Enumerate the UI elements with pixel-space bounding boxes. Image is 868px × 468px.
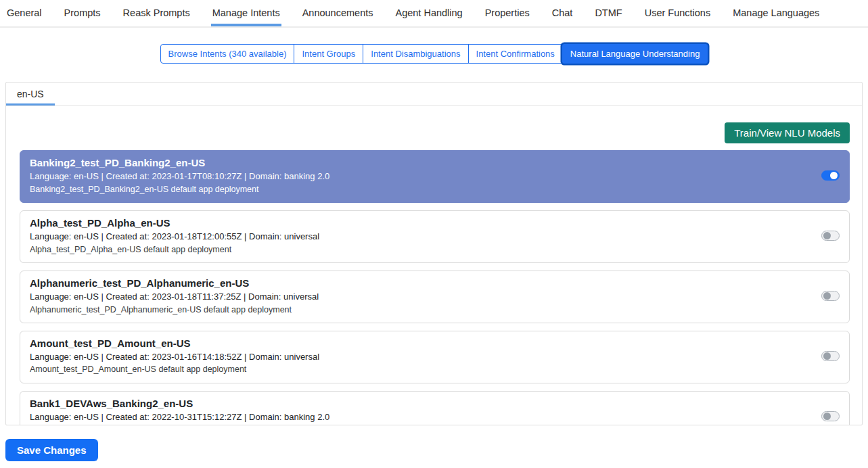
save-changes-button[interactable]: Save Changes [5,439,98,461]
language-tab-en-us[interactable]: en-US [6,83,55,106]
model-row-banking2-test[interactable]: Banking2_test_PD_Banking2_en-US Language… [20,150,850,203]
tab-manage-languages[interactable]: Manage Languages [731,0,821,26]
top-nav: General Prompts Reask Prompts Manage Int… [0,0,868,28]
tab-reask-prompts[interactable]: Reask Prompts [122,0,191,26]
train-view-nlu-models-button[interactable]: Train/View NLU Models [725,122,850,143]
model-row-alphanumeric-test[interactable]: Alphanumeric_test_PD_Alphanumeric_en-US … [20,271,850,323]
nlu-panel: en-US Train/View NLU Models Banking2_tes… [5,82,863,425]
intent-toolbar: Browse Intents (340 available) Intent Gr… [0,44,868,64]
toggle-knob [830,172,838,179]
toggle-knob [823,232,831,239]
model-deployment: Alpha_test_PD_Alpha_en-US default app de… [30,243,319,256]
tab-general[interactable]: General [5,0,43,26]
model-name: Banking2_test_PD_Banking2_en-US [30,156,329,170]
model-toggle[interactable] [821,170,840,181]
tab-properties[interactable]: Properties [484,0,531,26]
model-name: Alpha_test_PD_Alpha_en-US [30,216,319,230]
tab-announcements[interactable]: Announcements [301,0,375,26]
tab-agent-handling[interactable]: Agent Handling [394,0,463,26]
tab-chat[interactable]: Chat [551,0,574,26]
toggle-knob [823,352,831,360]
model-toggle[interactable] [821,291,840,301]
language-tab-bar: en-US [6,83,862,106]
model-row-alpha-test[interactable]: Alpha_test_PD_Alpha_en-US Language: en-U… [20,210,850,263]
browse-intents-button[interactable]: Browse Intents (340 available) [160,44,295,64]
toggle-knob [823,413,831,420]
model-meta: Language: en-US | Created at: 2023-01-16… [30,350,319,364]
model-name: Alphanumeric_test_PD_Alphanumeric_en-US [30,277,319,290]
tab-prompts[interactable]: Prompts [63,0,102,26]
intent-confirmations-button[interactable]: Intent Confirmations [468,44,563,64]
model-toggle[interactable] [821,231,840,241]
model-meta: Language: en-US | Created at: 2023-01-17… [30,170,329,183]
tab-manage-intents[interactable]: Manage Intents [211,0,281,26]
model-toggle[interactable] [821,411,840,421]
intent-groups-button[interactable]: Intent Groups [294,44,363,64]
model-row-bank1-devaws[interactable]: Bank1_DEVAws_Banking2_en-US Language: en… [20,391,850,426]
model-deployment: Amount_test_PD_Amount_en-US default app … [30,363,319,375]
toggle-knob [823,292,831,300]
model-deployment: Banking2_test_PD_Banking2_en-US default … [30,183,329,195]
model-name: Amount_test_PD_Amount_en-US [30,337,319,350]
model-toggle[interactable] [821,351,840,361]
model-deployment: Bank1_DEVAws_Banking2_en-US default app … [30,423,329,425]
tab-dtmf[interactable]: DTMF [593,0,623,26]
intent-disambiguations-button[interactable]: Intent Disambiguations [363,44,468,64]
model-deployment: Alphanumeric_test_PD_Alphanumeric_en-US … [30,304,319,316]
model-meta: Language: en-US | Created at: 2022-10-31… [30,411,329,424]
model-name: Bank1_DEVAws_Banking2_en-US [30,397,329,411]
tab-user-functions[interactable]: User Functions [643,0,712,26]
model-meta: Language: en-US | Created at: 2023-01-18… [30,230,319,243]
model-meta: Language: en-US | Created at: 2023-01-18… [30,290,319,304]
nlu-panel-body: Train/View NLU Models Banking2_test_PD_B… [6,106,862,425]
natural-language-understanding-button[interactable]: Natural Language Understanding [562,44,708,64]
model-row-amount-test[interactable]: Amount_test_PD_Amount_en-US Language: en… [20,331,850,383]
